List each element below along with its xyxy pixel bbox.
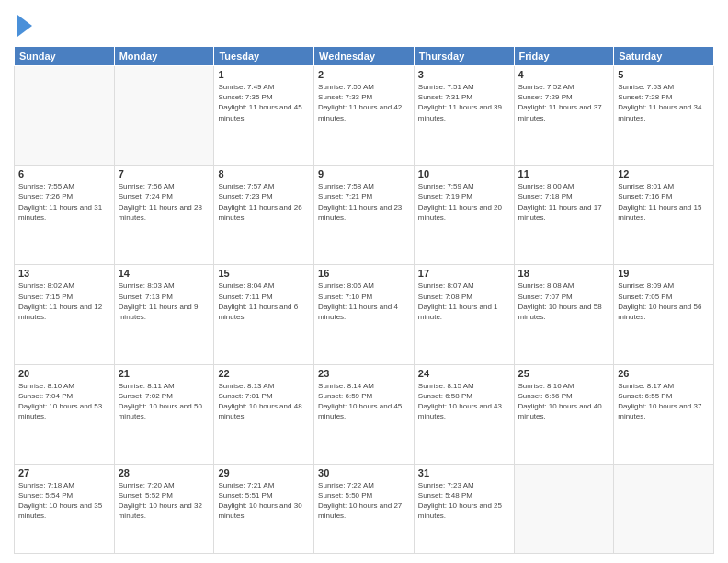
sunset: Sunset: 5:48 PM xyxy=(418,491,472,500)
sunset: Sunset: 7:10 PM xyxy=(318,293,372,301)
table-row: 27 Sunrise: 7:18 AM Sunset: 5:54 PM Dayl… xyxy=(15,464,115,553)
day-number: 11 xyxy=(518,168,610,179)
sunset: Sunset: 7:16 PM xyxy=(618,192,672,201)
svg-marker-0 xyxy=(17,15,32,37)
header-sunday: Sunday xyxy=(15,47,115,66)
table-row: 26 Sunrise: 8:17 AM Sunset: 6:55 PM Dayl… xyxy=(614,364,714,464)
day-info: Sunrise: 8:03 AM Sunset: 7:13 PM Dayligh… xyxy=(119,281,210,322)
sunset: Sunset: 7:13 PM xyxy=(119,293,173,301)
sunset: Sunset: 7:11 PM xyxy=(218,293,272,301)
sunrise: Sunrise: 8:16 AM xyxy=(518,382,574,390)
sunset: Sunset: 7:15 PM xyxy=(18,293,73,301)
sunrise: Sunrise: 7:59 AM xyxy=(418,182,474,190)
table-row: 16 Sunrise: 8:06 AM Sunset: 7:10 PM Dayl… xyxy=(314,265,415,364)
day-info: Sunrise: 7:53 AM Sunset: 7:28 PM Dayligh… xyxy=(618,82,710,123)
day-info: Sunrise: 7:23 AM Sunset: 5:48 PM Dayligh… xyxy=(418,480,510,522)
daylight: Daylight: 11 hours and 6 minutes. xyxy=(218,303,298,321)
daylight: Daylight: 11 hours and 12 minutes. xyxy=(18,303,102,321)
sunset: Sunset: 5:52 PM xyxy=(119,491,173,500)
header-monday: Monday xyxy=(114,47,214,66)
sunrise: Sunrise: 7:56 AM xyxy=(119,182,175,190)
table-row: 20 Sunrise: 8:10 AM Sunset: 7:04 PM Dayl… xyxy=(15,364,115,464)
table-row: 24 Sunrise: 8:15 AM Sunset: 6:58 PM Dayl… xyxy=(414,364,514,464)
table-row: 18 Sunrise: 8:08 AM Sunset: 7:07 PM Dayl… xyxy=(514,265,614,364)
day-info: Sunrise: 8:17 AM Sunset: 6:55 PM Dayligh… xyxy=(618,381,710,422)
daylight: Daylight: 11 hours and 17 minutes. xyxy=(518,203,602,222)
sunrise: Sunrise: 7:55 AM xyxy=(18,182,74,190)
table-row: 23 Sunrise: 8:14 AM Sunset: 6:59 PM Dayl… xyxy=(314,364,415,464)
day-number: 18 xyxy=(518,268,610,279)
table-row: 5 Sunrise: 7:53 AM Sunset: 7:28 PM Dayli… xyxy=(614,66,714,166)
day-info: Sunrise: 7:58 AM Sunset: 7:21 PM Dayligh… xyxy=(318,181,410,223)
day-info: Sunrise: 8:16 AM Sunset: 6:56 PM Dayligh… xyxy=(518,381,610,422)
day-number: 28 xyxy=(119,467,210,478)
daylight: Daylight: 10 hours and 48 minutes. xyxy=(218,402,301,420)
sunset: Sunset: 7:26 PM xyxy=(18,192,73,201)
day-info: Sunrise: 7:56 AM Sunset: 7:24 PM Dayligh… xyxy=(119,181,210,223)
sunset: Sunset: 6:56 PM xyxy=(518,392,573,400)
daylight: Daylight: 10 hours and 25 minutes. xyxy=(418,501,502,520)
day-number: 5 xyxy=(618,69,710,80)
day-info: Sunrise: 8:04 AM Sunset: 7:11 PM Dayligh… xyxy=(218,281,310,322)
sunrise: Sunrise: 7:50 AM xyxy=(318,83,374,91)
sunset: Sunset: 7:18 PM xyxy=(518,192,573,201)
day-info: Sunrise: 7:22 AM Sunset: 5:50 PM Dayligh… xyxy=(318,480,410,522)
sunrise: Sunrise: 8:01 AM xyxy=(618,182,674,190)
logo xyxy=(14,13,34,39)
daylight: Daylight: 11 hours and 15 minutes. xyxy=(618,203,701,222)
daylight: Daylight: 11 hours and 1 minute. xyxy=(418,303,498,321)
sunrise: Sunrise: 8:11 AM xyxy=(119,382,175,390)
sunrise: Sunrise: 7:49 AM xyxy=(218,83,274,91)
day-number: 8 xyxy=(218,168,310,179)
daylight: Daylight: 11 hours and 26 minutes. xyxy=(218,203,301,222)
sunrise: Sunrise: 8:08 AM xyxy=(518,282,574,290)
sunset: Sunset: 6:59 PM xyxy=(318,392,372,400)
day-info: Sunrise: 8:08 AM Sunset: 7:07 PM Dayligh… xyxy=(518,281,610,322)
day-number: 13 xyxy=(18,268,110,279)
sunset: Sunset: 5:54 PM xyxy=(18,491,73,500)
day-info: Sunrise: 8:14 AM Sunset: 6:59 PM Dayligh… xyxy=(318,381,410,422)
sunrise: Sunrise: 7:22 AM xyxy=(318,481,374,489)
sunrise: Sunrise: 7:23 AM xyxy=(418,481,474,489)
day-info: Sunrise: 7:59 AM Sunset: 7:19 PM Dayligh… xyxy=(418,181,510,223)
day-number: 22 xyxy=(218,368,310,379)
sunset: Sunset: 5:50 PM xyxy=(318,491,372,500)
sunset: Sunset: 7:08 PM xyxy=(418,293,472,301)
sunset: Sunset: 7:35 PM xyxy=(218,93,272,101)
table-row: 9 Sunrise: 7:58 AM Sunset: 7:21 PM Dayli… xyxy=(314,166,415,265)
day-info: Sunrise: 7:50 AM Sunset: 7:33 PM Dayligh… xyxy=(318,82,410,123)
sunset: Sunset: 7:21 PM xyxy=(318,192,372,201)
sunset: Sunset: 7:24 PM xyxy=(119,192,173,201)
day-info: Sunrise: 8:07 AM Sunset: 7:08 PM Dayligh… xyxy=(418,281,510,322)
sunset: Sunset: 7:04 PM xyxy=(18,392,73,400)
day-number: 7 xyxy=(119,168,210,179)
table-row: 8 Sunrise: 7:57 AM Sunset: 7:23 PM Dayli… xyxy=(214,166,314,265)
daylight: Daylight: 11 hours and 23 minutes. xyxy=(318,203,402,222)
daylight: Daylight: 11 hours and 45 minutes. xyxy=(218,103,301,121)
day-number: 24 xyxy=(418,368,510,379)
sunrise: Sunrise: 7:57 AM xyxy=(218,182,274,190)
daylight: Daylight: 11 hours and 42 minutes. xyxy=(318,103,402,121)
day-info: Sunrise: 8:11 AM Sunset: 7:02 PM Dayligh… xyxy=(119,381,210,422)
table-row xyxy=(614,464,714,553)
daylight: Daylight: 10 hours and 40 minutes. xyxy=(518,402,602,420)
table-row: 29 Sunrise: 7:21 AM Sunset: 5:51 PM Dayl… xyxy=(214,464,314,553)
day-number: 21 xyxy=(119,368,210,379)
table-row: 13 Sunrise: 8:02 AM Sunset: 7:15 PM Dayl… xyxy=(15,265,115,364)
day-info: Sunrise: 8:02 AM Sunset: 7:15 PM Dayligh… xyxy=(18,281,110,322)
calendar-row: 1 Sunrise: 7:49 AM Sunset: 7:35 PM Dayli… xyxy=(15,66,714,166)
sunrise: Sunrise: 7:52 AM xyxy=(518,83,574,91)
sunset: Sunset: 7:31 PM xyxy=(418,93,472,101)
daylight: Daylight: 11 hours and 37 minutes. xyxy=(518,103,602,121)
day-number: 10 xyxy=(418,168,510,179)
day-info: Sunrise: 8:13 AM Sunset: 7:01 PM Dayligh… xyxy=(218,381,310,422)
sunset: Sunset: 7:01 PM xyxy=(218,392,272,400)
sunrise: Sunrise: 7:53 AM xyxy=(618,83,674,91)
table-row: 4 Sunrise: 7:52 AM Sunset: 7:29 PM Dayli… xyxy=(514,66,614,166)
table-row: 3 Sunrise: 7:51 AM Sunset: 7:31 PM Dayli… xyxy=(414,66,514,166)
day-number: 27 xyxy=(18,467,110,478)
sunset: Sunset: 7:05 PM xyxy=(618,293,672,301)
sunrise: Sunrise: 8:07 AM xyxy=(418,282,474,290)
sunset: Sunset: 7:23 PM xyxy=(218,192,272,201)
header-tuesday: Tuesday xyxy=(214,47,314,66)
